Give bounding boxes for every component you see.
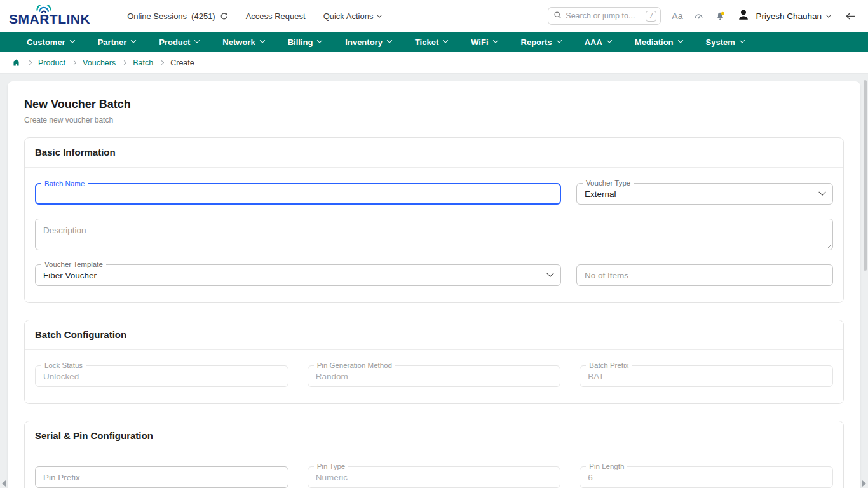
user-name: Priyesh Chauhan xyxy=(756,11,822,21)
nav-item-billing[interactable]: Billing xyxy=(288,37,322,47)
online-sessions-label: Online Sessions xyxy=(127,11,187,21)
lock-status-label: Lock Status xyxy=(41,361,86,370)
chevron-down-icon xyxy=(443,37,448,43)
chevron-down-icon xyxy=(259,37,264,43)
nav-item-network[interactable]: Network xyxy=(222,37,264,47)
global-search[interactable]: / xyxy=(548,7,661,25)
vertical-scrollbar-thumb[interactable] xyxy=(864,80,867,271)
nav-label: Network xyxy=(222,37,255,47)
chevron-down-icon xyxy=(556,37,561,43)
search-input[interactable] xyxy=(566,11,642,20)
nav-label: Partner xyxy=(98,37,127,47)
chevron-right-icon xyxy=(27,60,32,65)
online-sessions-link[interactable]: Online Sessions (4251) xyxy=(127,11,228,21)
gauge-icon[interactable] xyxy=(693,11,704,22)
voucher-template-select[interactable]: Voucher Template Fiber Voucher xyxy=(35,264,561,286)
pin-type-value: Numeric xyxy=(316,473,348,482)
access-request-link[interactable]: Access Request xyxy=(246,11,306,21)
nav-item-reports[interactable]: Reports xyxy=(521,37,561,47)
nav-item-aaa[interactable]: AAA xyxy=(585,37,611,47)
nav-item-mediation[interactable]: Mediation xyxy=(635,37,682,47)
quick-actions-menu[interactable]: Quick Actions xyxy=(323,11,382,21)
nav-item-wifi[interactable]: WiFi xyxy=(471,37,497,47)
search-icon xyxy=(553,10,562,22)
breadcrumb-batch[interactable]: Batch xyxy=(133,58,153,67)
wifi-icon xyxy=(36,5,52,17)
chevron-down-icon xyxy=(607,37,612,43)
batch-name-input[interactable] xyxy=(43,184,553,203)
chevron-down-icon xyxy=(69,37,74,43)
nav-label: Ticket xyxy=(415,37,438,47)
no-of-items-field[interactable] xyxy=(576,264,833,286)
pin-length-label: Pin Length xyxy=(586,462,627,471)
basic-information-card: Basic Information Batch Name Voucher Typ… xyxy=(24,137,844,303)
nav-item-product[interactable]: Product xyxy=(159,37,199,47)
pin-type-field: Pin Type Numeric xyxy=(308,466,561,488)
nav-item-system[interactable]: System xyxy=(706,37,744,47)
pin-prefix-input[interactable] xyxy=(43,467,280,487)
nav-label: System xyxy=(706,37,735,47)
nav-label: WiFi xyxy=(471,37,488,47)
nav-item-partner[interactable]: Partner xyxy=(98,37,136,47)
vertical-scrollbar[interactable] xyxy=(864,75,867,482)
nav-label: Customer xyxy=(27,37,65,47)
home-icon[interactable] xyxy=(11,58,21,67)
chevron-right-icon xyxy=(159,60,164,65)
chevron-down-icon xyxy=(740,37,745,43)
pin-prefix-field[interactable] xyxy=(35,466,288,488)
header-links: Online Sessions (4251) Access Request Qu… xyxy=(127,11,381,21)
voucher-type-select[interactable]: Voucher Type External xyxy=(576,183,833,205)
font-size-toggle[interactable]: Aa xyxy=(672,11,682,21)
breadcrumb: Product Vouchers Batch Create xyxy=(0,52,868,74)
breadcrumb-product[interactable]: Product xyxy=(38,58,65,67)
chevron-right-icon xyxy=(122,60,126,65)
nav-label: Reports xyxy=(521,37,552,47)
refresh-icon[interactable] xyxy=(220,12,228,20)
card-body: Batch Name Voucher Type External Voucher… xyxy=(25,168,843,302)
chevron-down-icon xyxy=(377,12,382,17)
breadcrumb-vouchers[interactable]: Vouchers xyxy=(83,58,116,67)
chevron-down-icon xyxy=(826,12,831,17)
card-header: Batch Configuration xyxy=(25,320,843,350)
user-menu[interactable]: Priyesh Chauhan xyxy=(736,8,831,24)
section-title-basic-information: Basic Information xyxy=(35,147,116,158)
pin-length-value: 6 xyxy=(588,473,593,482)
nav-item-ticket[interactable]: Ticket xyxy=(415,37,447,47)
top-header: SMARTLINK Online Sessions (4251) Access … xyxy=(0,0,868,32)
avatar xyxy=(736,8,750,24)
card-header: Basic Information xyxy=(25,138,843,168)
chevron-down-icon xyxy=(546,270,553,277)
chevron-down-icon xyxy=(492,37,498,43)
voucher-type-value: External xyxy=(585,189,616,199)
chevron-down-icon xyxy=(387,37,392,43)
voucher-template-label: Voucher Template xyxy=(41,260,106,269)
notifications-icon[interactable] xyxy=(715,11,726,22)
batch-name-field[interactable]: Batch Name xyxy=(35,183,561,205)
card-header: Serial & Pin Configuration xyxy=(25,421,843,451)
pin-generation-method-label: Pin Generation Method xyxy=(314,361,395,370)
horizontal-scroll-right-arrow[interactable] xyxy=(862,480,866,487)
nav-item-customer[interactable]: Customer xyxy=(27,37,74,47)
pin-type-label: Pin Type xyxy=(314,462,349,471)
back-arrow-icon[interactable] xyxy=(845,12,857,20)
chevron-down-icon xyxy=(818,189,825,196)
nav-item-inventory[interactable]: Inventory xyxy=(345,37,391,47)
horizontal-scroll-left-arrow[interactable] xyxy=(2,480,6,487)
main-content: New Voucher Batch Create new voucher bat… xyxy=(8,81,860,488)
voucher-template-value: Fiber Voucher xyxy=(43,271,97,280)
pin-length-field: Pin Length 6 xyxy=(580,466,833,488)
pin-generation-method-field: Pin Generation Method Random xyxy=(308,365,561,387)
page-title: New Voucher Batch xyxy=(24,98,844,111)
serial-pin-configuration-card: Serial & Pin Configuration Pin Type Nume… xyxy=(24,421,844,488)
nav-label: Billing xyxy=(288,37,313,47)
nav-label: AAA xyxy=(585,37,602,47)
section-title-serial-pin-configuration: Serial & Pin Configuration xyxy=(35,430,153,441)
lock-status-field: Lock Status Unlocked xyxy=(35,365,288,387)
no-of-items-input[interactable] xyxy=(585,265,825,285)
chevron-down-icon xyxy=(317,37,322,43)
access-request-label: Access Request xyxy=(246,11,306,21)
smartlink-logo[interactable]: SMARTLINK xyxy=(9,7,90,25)
description-textarea[interactable] xyxy=(35,219,833,250)
page-subtitle: Create new voucher batch xyxy=(24,116,844,125)
voucher-type-label: Voucher Type xyxy=(583,179,634,188)
